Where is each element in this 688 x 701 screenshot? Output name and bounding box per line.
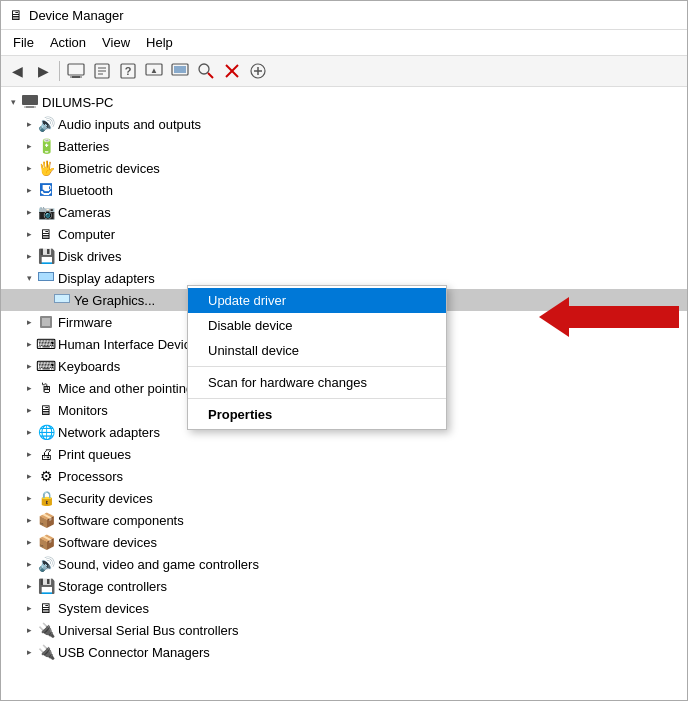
tree-root[interactable]: DILUMS-PC bbox=[1, 91, 687, 113]
software-devices-expander[interactable] bbox=[21, 534, 37, 550]
disk-icon: 💾 bbox=[37, 247, 55, 265]
tree-sound[interactable]: 🔊 Sound, video and game controllers bbox=[1, 553, 687, 575]
firmware-icon bbox=[37, 313, 55, 331]
properties-button[interactable] bbox=[90, 59, 114, 83]
properties-icon bbox=[93, 62, 111, 80]
add-button[interactable] bbox=[246, 59, 270, 83]
processors-expander[interactable] bbox=[21, 468, 37, 484]
tree-usb[interactable]: 🔌 Universal Serial Bus controllers bbox=[1, 619, 687, 641]
svg-rect-24 bbox=[39, 273, 53, 280]
network-label: Network adapters bbox=[58, 425, 160, 440]
biometric-label: Biometric devices bbox=[58, 161, 160, 176]
biometric-icon: 🖐 bbox=[37, 159, 55, 177]
remove-button[interactable] bbox=[220, 59, 244, 83]
menu-action[interactable]: Action bbox=[42, 32, 94, 53]
software-components-icon: 📦 bbox=[37, 511, 55, 529]
title-bar-icon: 🖥 bbox=[9, 7, 23, 23]
storage-icon: 💾 bbox=[37, 577, 55, 595]
bluetooth-expander[interactable] bbox=[21, 182, 37, 198]
display-adapters-label: Display adapters bbox=[58, 271, 155, 286]
keyboards-label: Keyboards bbox=[58, 359, 120, 374]
usb-label: Universal Serial Bus controllers bbox=[58, 623, 239, 638]
batteries-icon: 🔋 bbox=[37, 137, 55, 155]
tree-storage[interactable]: 💾 Storage controllers bbox=[1, 575, 687, 597]
display-button[interactable] bbox=[168, 59, 192, 83]
display-adapters-expander[interactable] bbox=[21, 270, 37, 286]
forward-button[interactable]: ▶ bbox=[31, 59, 55, 83]
cameras-expander[interactable] bbox=[21, 204, 37, 220]
usb-icon: 🔌 bbox=[37, 621, 55, 639]
svg-point-13 bbox=[199, 64, 209, 74]
tree-security[interactable]: 🔒 Security devices bbox=[1, 487, 687, 509]
network-expander[interactable] bbox=[21, 424, 37, 440]
ctx-update-driver[interactable]: Update driver bbox=[188, 288, 446, 313]
ctx-disable-device[interactable]: Disable device bbox=[188, 313, 446, 338]
update-driver-button[interactable]: ▲ bbox=[142, 59, 166, 83]
computer-expander[interactable] bbox=[21, 226, 37, 242]
software-components-label: Software components bbox=[58, 513, 184, 528]
svg-rect-26 bbox=[55, 295, 69, 302]
biometric-expander[interactable] bbox=[21, 160, 37, 176]
ctx-uninstall-device[interactable]: Uninstall device bbox=[188, 338, 446, 363]
help-icon: ? bbox=[119, 62, 137, 80]
storage-label: Storage controllers bbox=[58, 579, 167, 594]
usb-expander[interactable] bbox=[21, 622, 37, 638]
tree-biometric[interactable]: 🖐 Biometric devices bbox=[1, 157, 687, 179]
mice-icon: 🖱 bbox=[37, 379, 55, 397]
ctx-separator-2 bbox=[188, 398, 446, 399]
update-driver-icon: ▲ bbox=[145, 62, 163, 80]
tree-software-components[interactable]: 📦 Software components bbox=[1, 509, 687, 531]
tree-computer[interactable]: 🖥 Computer bbox=[1, 223, 687, 245]
ctx-properties[interactable]: Properties bbox=[188, 402, 446, 427]
monitors-icon: 🖥 bbox=[37, 401, 55, 419]
tree-bluetooth[interactable]: ⛾ Bluetooth bbox=[1, 179, 687, 201]
usb-connectors-expander[interactable] bbox=[21, 644, 37, 660]
tree-software-devices[interactable]: 📦 Software devices bbox=[1, 531, 687, 553]
tree-system[interactable]: 🖥 System devices bbox=[1, 597, 687, 619]
keyboards-expander[interactable] bbox=[21, 358, 37, 374]
help-button[interactable]: ? bbox=[116, 59, 140, 83]
ctx-scan[interactable]: Scan for hardware changes bbox=[188, 370, 446, 395]
print-expander[interactable] bbox=[21, 446, 37, 462]
firmware-expander[interactable] bbox=[21, 314, 37, 330]
monitors-expander[interactable] bbox=[21, 402, 37, 418]
graphics-label: Ye Graphics... bbox=[74, 293, 155, 308]
tree-print[interactable]: 🖨 Print queues bbox=[1, 443, 687, 465]
hid-expander[interactable] bbox=[21, 336, 37, 352]
remove-icon bbox=[223, 62, 241, 80]
menu-view[interactable]: View bbox=[94, 32, 138, 53]
menu-file[interactable]: File bbox=[5, 32, 42, 53]
svg-line-14 bbox=[208, 73, 213, 78]
tree-cameras[interactable]: 📷 Cameras bbox=[1, 201, 687, 223]
disk-expander[interactable] bbox=[21, 248, 37, 264]
computer-tree-icon bbox=[21, 93, 39, 111]
root-expander[interactable] bbox=[5, 94, 21, 110]
display-icon bbox=[171, 62, 189, 80]
computer-button[interactable] bbox=[64, 59, 88, 83]
software-components-expander[interactable] bbox=[21, 512, 37, 528]
print-icon: 🖨 bbox=[37, 445, 55, 463]
svg-text:▲: ▲ bbox=[150, 66, 158, 75]
svg-text:?: ? bbox=[125, 65, 132, 77]
batteries-expander[interactable] bbox=[21, 138, 37, 154]
back-button[interactable]: ◀ bbox=[5, 59, 29, 83]
tree-disk[interactable]: 💾 Disk drives bbox=[1, 245, 687, 267]
context-menu: Update driver Disable device Uninstall d… bbox=[187, 285, 447, 430]
tree-processors[interactable]: ⚙ Processors bbox=[1, 465, 687, 487]
device-manager-window: 🖥 Device Manager File Action View Help ◀… bbox=[0, 0, 688, 701]
system-expander[interactable] bbox=[21, 600, 37, 616]
scan-button[interactable] bbox=[194, 59, 218, 83]
keyboards-icon: ⌨ bbox=[37, 357, 55, 375]
tree-batteries[interactable]: 🔋 Batteries bbox=[1, 135, 687, 157]
storage-expander[interactable] bbox=[21, 578, 37, 594]
sound-expander[interactable] bbox=[21, 556, 37, 572]
mice-expander[interactable] bbox=[21, 380, 37, 396]
tree-usb-connectors[interactable]: 🔌 USB Connector Managers bbox=[1, 641, 687, 663]
hid-label: Human Interface Devices bbox=[58, 337, 204, 352]
security-expander[interactable] bbox=[21, 490, 37, 506]
tree-audio[interactable]: 🔊 Audio inputs and outputs bbox=[1, 113, 687, 135]
menu-help[interactable]: Help bbox=[138, 32, 181, 53]
audio-expander[interactable] bbox=[21, 116, 37, 132]
computer-icon bbox=[67, 62, 85, 80]
toolbar-separator-1 bbox=[59, 61, 60, 81]
